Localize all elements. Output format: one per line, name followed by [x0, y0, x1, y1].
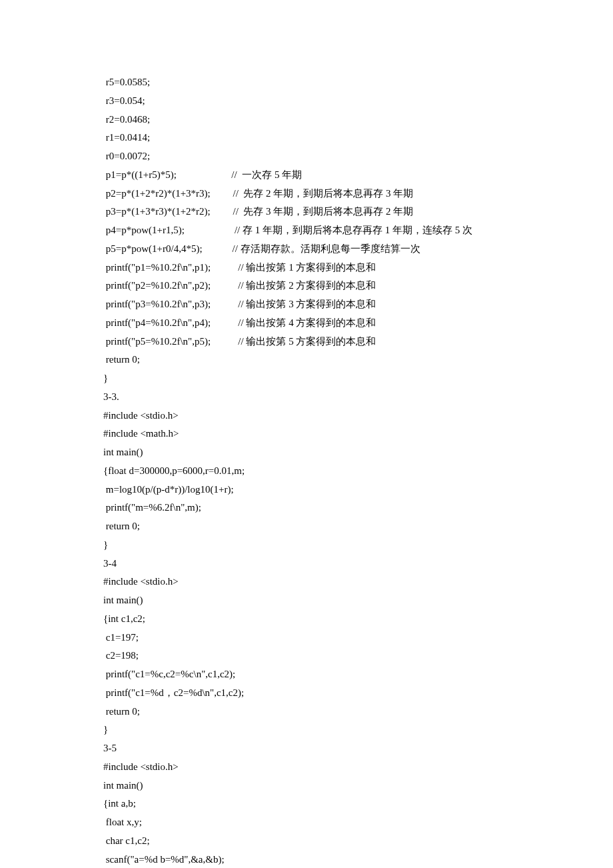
- code-line: char c1,c2;: [103, 832, 613, 851]
- code-line: int main(): [103, 591, 613, 610]
- code-line: }: [103, 536, 613, 555]
- code-line: {int c1,c2;: [103, 610, 613, 629]
- code-line: scanf("a=%d b=%d",&a,&b);: [103, 851, 613, 869]
- code-line: r2=0.0468;: [103, 111, 613, 129]
- code-line: return 0;: [103, 517, 613, 536]
- code-line: r3=0.054;: [103, 92, 613, 111]
- code-line: 3-3.: [103, 388, 613, 407]
- code-line: printf("p4=%10.2f\n",p4); // 输出按第 4 方案得到…: [103, 314, 613, 333]
- code-line: r1=0.0414;: [103, 129, 613, 147]
- code-line: {int a,b;: [103, 795, 613, 813]
- code-line: printf("c1=%c,c2=%c\n",c1,c2);: [103, 665, 613, 684]
- code-line: }: [103, 369, 613, 388]
- code-line: #include <stdio.h>: [103, 407, 613, 425]
- code-line: #include <math.h>: [103, 425, 613, 443]
- code-line: 3-5: [103, 739, 613, 758]
- code-line: p2=p*(1+2*r2)*(1+3*r3); // 先存 2 年期，到期后将本…: [103, 185, 613, 203]
- code-line: float x,y;: [103, 813, 613, 832]
- code-line: c2=198;: [103, 647, 613, 665]
- code-line: printf("p2=%10.2f\n",p2); // 输出按第 2 方案得到…: [103, 277, 613, 295]
- code-line: p3=p*(1+3*r3)*(1+2*r2); // 先存 3 年期，到期后将本…: [103, 203, 613, 221]
- code-line: printf("p5=%10.2f\n",p5); // 输出按第 5 方案得到…: [103, 333, 613, 351]
- code-line: r0=0.0072;: [103, 147, 613, 166]
- code-line: int main(): [103, 443, 613, 462]
- code-line: p4=p*pow(1+r1,5); // 存 1 年期，到期后将本息存再存 1 …: [103, 221, 613, 240]
- code-line: c1=197;: [103, 629, 613, 647]
- code-line: 3-4: [103, 555, 613, 573]
- document-page: r5=0.0585; r3=0.054; r2=0.0468; r1=0.041…: [0, 0, 613, 868]
- code-line: return 0;: [103, 351, 613, 369]
- code-line: r5=0.0585;: [103, 73, 613, 92]
- code-line: {float d=300000,p=6000,r=0.01,m;: [103, 462, 613, 481]
- code-line: printf("p3=%10.2f\n",p3); // 输出按第 3 方案得到…: [103, 295, 613, 314]
- code-line: #include <stdio.h>: [103, 758, 613, 777]
- code-line: int main(): [103, 777, 613, 795]
- code-line: printf("m=%6.2f\n",m);: [103, 499, 613, 517]
- code-line: }: [103, 721, 613, 739]
- code-line: printf("p1=%10.2f\n",p1); // 输出按第 1 方案得到…: [103, 259, 613, 277]
- code-line: p1=p*((1+r5)*5); // 一次存 5 年期: [103, 166, 613, 185]
- code-line: return 0;: [103, 703, 613, 721]
- code-line: p5=p*pow(1+r0/4,4*5); // 存活期存款。活期利息每一季度结…: [103, 240, 613, 259]
- code-line: m=log10(p/(p-d*r))/log10(1+r);: [103, 481, 613, 499]
- code-line: printf("c1=%d，c2=%d\n",c1,c2);: [103, 684, 613, 703]
- code-line: #include <stdio.h>: [103, 573, 613, 591]
